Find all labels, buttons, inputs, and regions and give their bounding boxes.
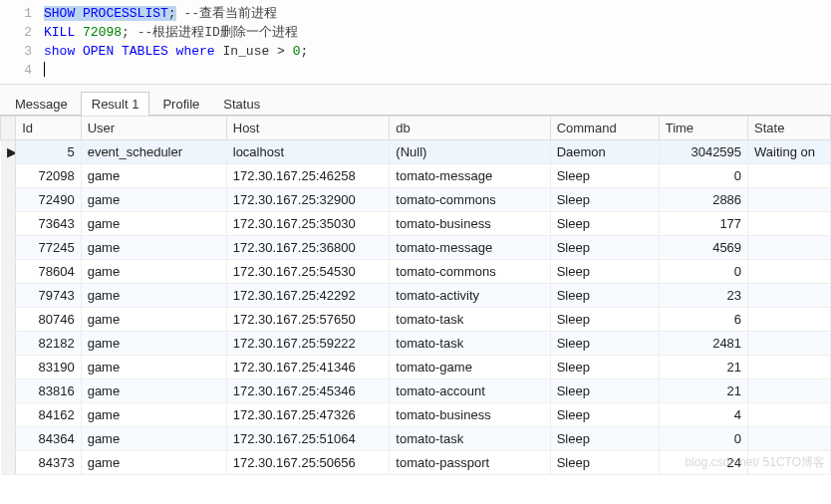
column-header-command[interactable]: Command: [550, 117, 659, 140]
cell-time[interactable]: 2481: [659, 332, 747, 356]
cell-db[interactable]: tomato-task: [390, 308, 550, 332]
cell-state[interactable]: [748, 356, 831, 379]
cell-state[interactable]: [748, 188, 831, 212]
table-row[interactable]: ▶5event_schedulerlocalhost(Null)Daemon30…: [1, 140, 831, 164]
cell-command[interactable]: Sleep: [550, 332, 659, 356]
table-row[interactable]: 80746game172.30.167.25:57650tomato-taskS…: [1, 308, 831, 332]
cell-db[interactable]: (Null): [390, 140, 550, 164]
cell-command[interactable]: Sleep: [550, 308, 659, 332]
cell-state[interactable]: [748, 403, 831, 427]
cell-user[interactable]: event_scheduler: [81, 140, 226, 164]
tab-result-1[interactable]: Result 1: [81, 92, 150, 116]
table-row[interactable]: 79743game172.30.167.25:42292tomato-activ…: [1, 284, 831, 308]
cell-time[interactable]: 4569: [659, 236, 747, 260]
table-row[interactable]: 83190game172.30.167.25:41346tomato-gameS…: [1, 356, 831, 379]
cell-user[interactable]: game: [81, 451, 226, 475]
code-content[interactable]: SHOW PROCESSLIST; --查看当前进程: [44, 4, 831, 23]
cell-user[interactable]: game: [81, 332, 226, 356]
cell-id[interactable]: 73643: [16, 212, 81, 236]
cell-command[interactable]: Sleep: [550, 212, 659, 236]
column-header-user[interactable]: User: [81, 117, 226, 140]
cell-state[interactable]: [748, 260, 831, 284]
cell-db[interactable]: tomato-account: [390, 379, 550, 403]
cell-state[interactable]: [748, 308, 831, 332]
cell-command[interactable]: Sleep: [550, 236, 659, 260]
cell-command[interactable]: Sleep: [550, 403, 659, 427]
cell-user[interactable]: game: [81, 260, 226, 284]
editor-line[interactable]: 4: [0, 61, 831, 80]
cell-state[interactable]: [748, 212, 831, 236]
cell-id[interactable]: 72490: [16, 188, 81, 212]
cell-host[interactable]: 172.30.167.25:57650: [226, 308, 390, 332]
table-row[interactable]: 84373game172.30.167.25:50656tomato-passp…: [1, 451, 831, 475]
cell-user[interactable]: game: [81, 164, 226, 188]
cell-db[interactable]: tomato-message: [390, 236, 550, 260]
cell-id[interactable]: 72098: [16, 164, 81, 188]
column-header-id[interactable]: Id: [16, 117, 81, 140]
cell-id[interactable]: 83190: [16, 356, 81, 379]
cell-time[interactable]: 6: [659, 308, 747, 332]
cell-command[interactable]: Sleep: [550, 427, 659, 451]
cell-user[interactable]: game: [81, 236, 226, 260]
cell-id[interactable]: 82182: [16, 332, 81, 356]
cell-db[interactable]: tomato-game: [390, 356, 550, 379]
cell-host[interactable]: 172.30.167.25:46258: [226, 164, 390, 188]
cell-id[interactable]: 77245: [16, 236, 81, 260]
table-row[interactable]: 77245game172.30.167.25:36800tomato-messa…: [1, 236, 831, 260]
cell-id[interactable]: 79743: [16, 284, 81, 308]
cell-db[interactable]: tomato-commons: [390, 260, 550, 284]
cell-id[interactable]: 83816: [16, 379, 81, 403]
cell-host[interactable]: 172.30.167.25:41346: [226, 356, 390, 379]
cell-state[interactable]: [748, 379, 831, 403]
cell-host[interactable]: 172.30.167.25:35030: [226, 212, 390, 236]
table-row[interactable]: 73643game172.30.167.25:35030tomato-busin…: [1, 212, 831, 236]
cell-command[interactable]: Daemon: [550, 140, 659, 164]
cell-state[interactable]: [748, 451, 831, 475]
cell-time[interactable]: 0: [659, 260, 747, 284]
editor-line[interactable]: 2KILL 72098; --根据进程ID删除一个进程: [0, 23, 831, 42]
column-header-state[interactable]: State: [748, 117, 831, 140]
cell-time[interactable]: 21: [659, 379, 747, 403]
code-content[interactable]: show OPEN TABLES where In_use > 0;: [44, 42, 831, 61]
cell-time[interactable]: 23: [659, 284, 747, 308]
tab-profile[interactable]: Profile: [151, 92, 210, 116]
cell-user[interactable]: game: [81, 188, 226, 212]
cell-command[interactable]: Sleep: [550, 164, 659, 188]
cell-time[interactable]: 0: [659, 427, 747, 451]
cell-user[interactable]: game: [81, 403, 226, 427]
cell-time[interactable]: 24: [659, 451, 747, 475]
cell-db[interactable]: tomato-business: [390, 403, 550, 427]
table-row[interactable]: 72490game172.30.167.25:32900tomato-commo…: [1, 188, 831, 212]
cell-db[interactable]: tomato-commons: [390, 188, 550, 212]
cell-user[interactable]: game: [81, 379, 226, 403]
cell-db[interactable]: tomato-passport: [390, 451, 550, 475]
cell-host[interactable]: 172.30.167.25:51064: [226, 427, 390, 451]
cell-id[interactable]: 5: [16, 140, 81, 164]
cell-host[interactable]: 172.30.167.25:36800: [226, 236, 390, 260]
cell-db[interactable]: tomato-task: [390, 332, 550, 356]
cell-id[interactable]: 84373: [16, 451, 81, 475]
cell-id[interactable]: 84364: [16, 427, 81, 451]
result-grid[interactable]: IdUserHostdbCommandTimeState ▶5event_sch…: [0, 116, 831, 475]
table-row[interactable]: 83816game172.30.167.25:45346tomato-accou…: [1, 379, 831, 403]
cell-user[interactable]: game: [81, 308, 226, 332]
cell-host[interactable]: 172.30.167.25:59222: [226, 332, 390, 356]
cell-time[interactable]: 21: [659, 356, 747, 379]
code-content[interactable]: [44, 61, 831, 80]
cell-command[interactable]: Sleep: [550, 284, 659, 308]
cell-host[interactable]: 172.30.167.25:42292: [226, 284, 390, 308]
table-row[interactable]: 72098game172.30.167.25:46258tomato-messa…: [1, 164, 831, 188]
cell-host[interactable]: 172.30.167.25:45346: [226, 379, 390, 403]
tab-message[interactable]: Message: [4, 92, 79, 116]
cell-command[interactable]: Sleep: [550, 188, 659, 212]
cell-db[interactable]: tomato-activity: [390, 284, 550, 308]
cell-command[interactable]: Sleep: [550, 260, 659, 284]
cell-state[interactable]: [748, 164, 831, 188]
cell-db[interactable]: tomato-task: [390, 427, 550, 451]
cell-db[interactable]: tomato-message: [390, 164, 550, 188]
cell-time[interactable]: 2886: [659, 188, 747, 212]
table-row[interactable]: 78604game172.30.167.25:54530tomato-commo…: [1, 260, 831, 284]
cell-user[interactable]: game: [81, 356, 226, 379]
cell-host[interactable]: 172.30.167.25:47326: [226, 403, 390, 427]
cell-state[interactable]: [748, 284, 831, 308]
